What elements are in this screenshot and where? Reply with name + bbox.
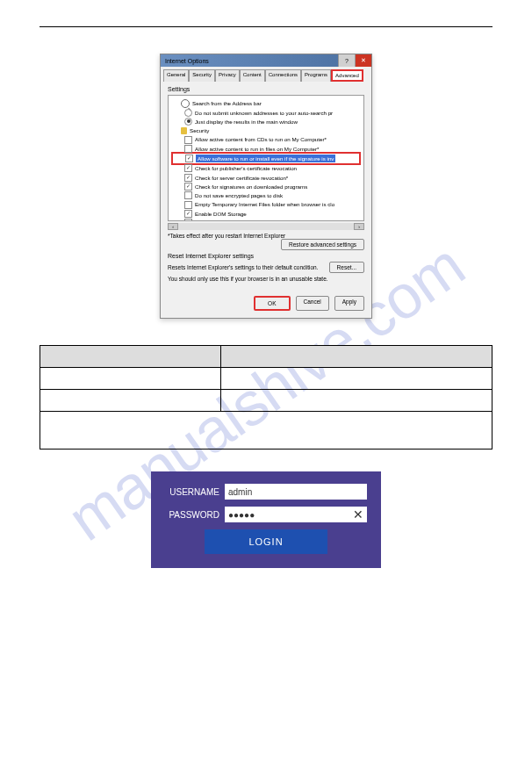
checkbox[interactable]: ✓ xyxy=(184,219,192,221)
reset-note2: You should only use this if your browser… xyxy=(168,276,364,282)
horizontal-scrollbar[interactable]: ‹› xyxy=(168,223,364,230)
reset-note: Resets Internet Explorer's settings to t… xyxy=(168,264,324,270)
show-password-icon[interactable]: ✕ xyxy=(353,507,363,521)
tab-content[interactable]: Content xyxy=(240,69,265,82)
checkbox[interactable] xyxy=(184,191,192,199)
highlighted-option-box: ✓Allow software to run or install even i… xyxy=(171,152,361,164)
settings-label: Settings xyxy=(168,86,364,92)
tree-item: Allow active content to run in files on … xyxy=(195,145,319,153)
login-form: USERNAME admin PASSWORD ●●●●● ✕ LOGIN xyxy=(151,471,381,568)
tab-programs[interactable]: Programs xyxy=(301,69,331,82)
document-table xyxy=(40,345,492,450)
tab-advanced[interactable]: Advanced xyxy=(331,69,363,82)
table-header xyxy=(221,346,492,368)
ok-button[interactable]: OK xyxy=(254,296,290,311)
password-value: ●●●●● xyxy=(228,510,255,520)
reset-label: Reset Internet Explorer settings xyxy=(168,253,364,259)
checkbox[interactable] xyxy=(184,145,192,153)
password-input[interactable]: ●●●●● ✕ xyxy=(225,507,367,522)
table-cell xyxy=(40,368,221,390)
checkbox[interactable]: ✓ xyxy=(184,174,192,182)
password-label: PASSWORD xyxy=(165,510,219,520)
cancel-button[interactable]: Cancel xyxy=(296,296,329,311)
table-cell xyxy=(40,412,492,450)
dialog-titlebar: Internet Options ? ✕ xyxy=(161,54,371,67)
tree-item: Enable DOM Storage xyxy=(195,210,247,218)
radio[interactable] xyxy=(184,109,192,117)
tree-item: Do not save encrypted pages to disk xyxy=(195,191,283,199)
tab-general[interactable]: General xyxy=(163,69,189,82)
tab-security[interactable]: Security xyxy=(189,69,215,82)
radio[interactable] xyxy=(184,118,192,126)
lock-icon xyxy=(181,127,187,134)
dialog-title: Internet Options xyxy=(165,58,209,64)
tree-item: Check for signatures on downloaded progr… xyxy=(195,183,307,191)
horizontal-rule xyxy=(40,26,492,27)
reset-button[interactable]: Reset... xyxy=(329,262,364,273)
search-icon xyxy=(181,99,190,108)
tab-connections[interactable]: Connections xyxy=(265,69,301,82)
settings-tree[interactable]: Search from the Address bar Do not submi… xyxy=(168,95,364,221)
tree-item: Enable Integrated Windows Authentication… xyxy=(195,219,299,221)
tree-item: Allow active content from CDs to run on … xyxy=(195,135,327,143)
tree-header: Search from the Address bar xyxy=(192,99,262,107)
login-button[interactable]: LOGIN xyxy=(205,529,327,554)
checkbox[interactable] xyxy=(184,201,192,209)
tree-item: Check for server certificate revocation* xyxy=(195,174,288,182)
checkbox[interactable]: ✓ xyxy=(184,164,192,172)
close-button[interactable]: ✕ xyxy=(355,54,371,67)
tab-bar: General Security Privacy Content Connect… xyxy=(161,67,371,82)
tree-header: Security xyxy=(190,126,209,134)
table-cell xyxy=(40,390,221,412)
table-cell xyxy=(221,390,492,412)
tab-privacy[interactable]: Privacy xyxy=(215,69,240,82)
tree-item: Empty Temporary Internet Files folder wh… xyxy=(195,200,334,208)
table-cell xyxy=(221,368,492,390)
restart-note: *Takes effect after you restart Internet… xyxy=(168,233,364,239)
tree-item: Check for publisher's certificate revoca… xyxy=(195,164,297,172)
checkbox[interactable]: ✓ xyxy=(184,210,192,218)
tree-item: Do not submit unknown addresses to your … xyxy=(195,109,333,117)
checkbox[interactable]: ✓ xyxy=(184,183,192,191)
help-button[interactable]: ? xyxy=(338,54,355,67)
table-header xyxy=(40,346,221,368)
apply-button[interactable]: Apply xyxy=(334,296,364,311)
tree-item: Just display the results in the main win… xyxy=(195,118,298,126)
checkbox[interactable] xyxy=(184,136,192,144)
username-input[interactable]: admin xyxy=(225,484,367,500)
internet-options-dialog: Internet Options ? ✕ General Security Pr… xyxy=(160,54,372,319)
checkbox[interactable]: ✓ xyxy=(185,155,193,162)
restore-advanced-button[interactable]: Restore advanced settings xyxy=(281,239,364,250)
username-label: USERNAME xyxy=(165,487,219,497)
tree-item-highlighted: Allow software to run or install even if… xyxy=(196,155,335,162)
